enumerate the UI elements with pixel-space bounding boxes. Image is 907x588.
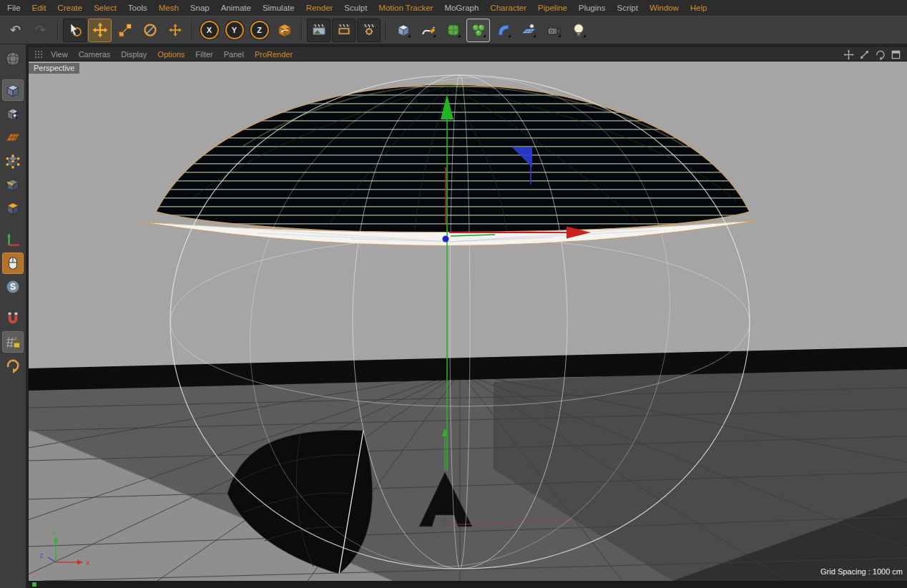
vp-menu-filter[interactable]: Filter [195,50,212,59]
menu-mograph[interactable]: MoGraph [444,4,479,12]
move-tool-button[interactable] [88,19,112,42]
lock-z-axis-button[interactable]: Z [247,19,271,42]
add-deformer-button[interactable] [491,19,515,42]
workplane-mode-icon [4,129,21,146]
redo-button[interactable]: ↷ [29,19,52,42]
workplane-rotate-icon [4,357,21,374]
model-mode-icon [4,82,21,99]
menu-character[interactable]: Character [490,4,526,12]
lock-y-axis-button[interactable]: Y [222,19,246,42]
deformer-icon [496,22,511,38]
workplane-lock-button[interactable] [2,331,24,353]
menu-create[interactable]: Create [57,4,82,12]
menu-file[interactable]: File [7,4,21,12]
workplane-mode-button[interactable] [2,127,24,148]
undo-button[interactable]: ↶ [4,19,27,42]
toolbar-separator [301,19,302,41]
model-mode-button[interactable] [2,79,24,101]
menu-script[interactable]: Script [617,4,637,12]
menu-edit[interactable]: Edit [32,4,46,12]
scene-3d: Y X Z Grid Spacing : 1000 cm [29,62,907,581]
left-mode-palette: S [0,44,26,588]
last-tool-move-icon [167,22,183,38]
mograph-cloner-icon [471,22,486,38]
menu-motion-tracker[interactable]: Motion Tracker [378,4,433,12]
menu-simulate[interactable]: Simulate [263,4,295,12]
camera-label: Perspective [29,63,79,74]
menu-plugins[interactable]: Plugins [579,4,606,12]
grid-spacing-label: Grid Spacing : 1000 cm [820,567,903,576]
scale-icon [117,22,133,38]
rotate-tool-button[interactable] [138,19,162,42]
viewport-canvas[interactable]: Perspective [29,62,907,581]
zoom-view-icon[interactable] [859,49,870,60]
vp-menu-display[interactable]: Display [121,50,147,59]
camera-icon [546,22,562,38]
spline-pen-icon [421,22,436,38]
mograph-cloner-button[interactable] [466,19,490,42]
lock-x-axis-button[interactable]: X [197,19,221,42]
render-view-button[interactable] [307,19,330,42]
origin-handle[interactable] [443,236,449,242]
edit-render-settings-button[interactable] [357,19,381,42]
render-view-icon [311,22,327,38]
texture-mode-button[interactable] [2,103,24,124]
pan-view-icon[interactable] [843,49,854,60]
workplane-rotate-button[interactable] [2,355,24,376]
vp-menu-cameras[interactable]: Cameras [79,50,111,59]
toggle-view-icon[interactable] [891,49,901,60]
menu-help[interactable]: Help [690,4,707,12]
vp-menu-view[interactable]: View [51,50,68,59]
scale-tool-button[interactable] [113,19,137,42]
render-picture-viewer-icon [336,22,352,38]
live-selection-icon [67,22,83,38]
menu-snap[interactable]: Snap [190,4,210,12]
menu-select[interactable]: Select [94,4,117,12]
status-indicator-icon [32,582,36,587]
texture-mode-icon [4,105,21,122]
viewport-nav-controls [843,49,901,60]
svg-text:Y: Y [52,530,56,537]
points-mode-icon [4,152,21,170]
points-mode-button[interactable] [2,150,24,172]
tweak-mode-button[interactable] [2,253,24,274]
coordinate-system-button[interactable] [273,19,296,42]
polygons-mode-button[interactable] [2,197,24,219]
add-subdivision-surface-button[interactable] [441,19,465,42]
edges-mode-button[interactable] [2,174,24,195]
menu-animate[interactable]: Animate [221,4,251,12]
redo-icon: ↷ [35,24,46,36]
menu-pipeline[interactable]: Pipeline [538,4,567,12]
environment-floor-icon [521,22,536,38]
snap-toggle-button[interactable]: S [2,276,24,298]
vp-menu-prorender[interactable]: ProRender [255,50,293,59]
rotate-icon [142,22,158,38]
y-axis-lock-icon: Y [225,21,244,39]
enable-axis-button[interactable] [2,229,24,250]
vp-menu-options[interactable]: Options [157,50,185,59]
menu-mesh[interactable]: Mesh [159,4,179,12]
live-selection-tool-button[interactable] [63,19,87,42]
add-environment-button[interactable] [516,19,540,42]
magnet-icon [4,310,21,327]
menu-sculpt[interactable]: Sculpt [344,4,367,12]
add-light-button[interactable] [567,19,590,42]
render-to-picture-viewer-button[interactable] [332,19,356,42]
svg-text:Z: Z [39,552,44,559]
vp-menu-panel[interactable]: Panel [224,50,244,59]
svg-text:X: X [86,559,90,567]
menu-render[interactable]: Render [306,4,333,12]
svg-text:S: S [10,282,16,292]
enable-axis-icon [4,231,21,248]
magnet-snap-button[interactable] [2,308,24,329]
last-used-tool-button[interactable] [163,19,187,42]
add-camera-button[interactable] [541,19,565,42]
menu-window[interactable]: Window [649,4,679,12]
convert-button[interactable] [2,48,24,69]
panel-drag-handle-icon[interactable] [34,50,43,59]
add-spline-pen-button[interactable] [416,19,440,42]
menu-tools[interactable]: Tools [128,4,147,12]
add-primitive-cube-button[interactable] [391,19,415,42]
snap-icon: S [4,278,21,295]
rotate-view-icon[interactable] [875,49,886,60]
